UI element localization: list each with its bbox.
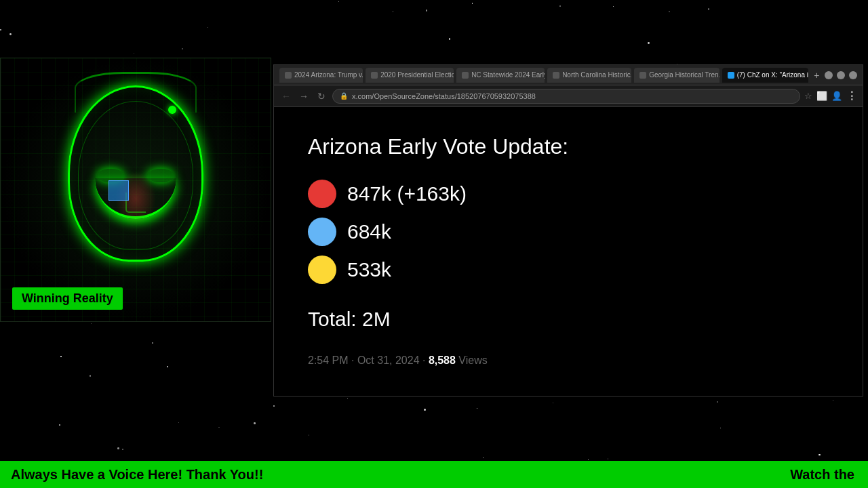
- address-bar-row: ← → ↻ 🔒 x.com/OpenSourceZone/status/1852…: [274, 85, 863, 107]
- vote-items-list: 847k (+163k) 684k 533k: [308, 180, 829, 284]
- tab-favicon-0: [285, 72, 292, 79]
- ticker-right-text: Watch the: [776, 467, 868, 483]
- tweet-timestamp: 2:54 PM · Oct 31, 2024 ·: [308, 354, 429, 366]
- tab-favicon-1: [371, 72, 378, 79]
- vote-item-blue: 684k: [308, 218, 829, 246]
- browser-tab-4[interactable]: Georgia Historical Tren... ✕: [634, 68, 719, 83]
- red-vote-count: 847k (+163k): [347, 182, 467, 205]
- address-bar[interactable]: 🔒 x.com/OpenSourceZone/status/1852076705…: [332, 89, 800, 104]
- vote-item-yellow: 533k: [308, 256, 829, 284]
- blue-square-accent: [108, 180, 129, 201]
- close-button[interactable]: [849, 71, 857, 79]
- channel-name-badge: Winning Reality: [12, 287, 123, 310]
- maximize-button[interactable]: [837, 71, 845, 79]
- browser-content: Arizona Early Vote Update: 847k (+163k) …: [274, 107, 863, 396]
- tweet-views-count: 8,588: [429, 354, 456, 366]
- yellow-dot-icon: [308, 256, 336, 284]
- browser-tab-5-active[interactable]: (7) ChZ on X: "Arizona i... ✕: [722, 68, 809, 83]
- streamer-cam-panel: Winning Reality: [0, 58, 271, 322]
- bookmark-icon[interactable]: ☆: [804, 91, 812, 101]
- new-tab-button[interactable]: +: [811, 68, 822, 82]
- browser-tab-0[interactable]: 2024 Arizona: Trump v... ✕: [279, 68, 363, 83]
- blue-vote-count: 684k: [347, 220, 391, 243]
- lock-icon: 🔒: [340, 92, 348, 100]
- browser-tab-3[interactable]: North Carolina Historic... ✕: [547, 68, 631, 83]
- back-button[interactable]: ←: [279, 91, 293, 102]
- minimize-button[interactable]: [825, 71, 833, 79]
- window-controls: [825, 71, 857, 79]
- browser-window: 2024 Arizona: Trump v... ✕ 2020 Presiden…: [273, 64, 863, 396]
- url-display: x.com/OpenSourceZone/status/185207670593…: [352, 92, 793, 100]
- tab-favicon-5: [728, 72, 734, 79]
- tweet-title: Arizona Early Vote Update:: [308, 134, 829, 159]
- mask-face: [68, 85, 203, 262]
- browser-toolbar-icons: ☆ ⬜ 👤 ⋮: [804, 89, 857, 102]
- mask-figure: [47, 65, 224, 296]
- ticker-left-text: Always Have a Voice Here! Thank You!!: [0, 467, 776, 483]
- refresh-button[interactable]: ↻: [315, 91, 328, 102]
- tweet-views-label: Views: [456, 354, 488, 366]
- tweet-metadata: 2:54 PM · Oct 31, 2024 · 8,588 Views: [308, 354, 829, 367]
- vote-item-red: 847k (+163k): [308, 180, 829, 208]
- bottom-ticker-bar: Always Have a Voice Here! Thank You!! Wa…: [0, 461, 868, 488]
- green-dot-accent: [168, 106, 176, 114]
- tab-favicon-4: [639, 72, 646, 79]
- extensions-icon[interactable]: ⬜: [816, 91, 827, 101]
- browser-tab-2[interactable]: NC Statewide 2024 Early... ✕: [456, 68, 545, 83]
- total-count: Total: 2M: [308, 308, 829, 331]
- tab-favicon-2: [462, 72, 469, 79]
- red-dot-icon: [308, 180, 336, 208]
- browser-tab-1[interactable]: 2020 Presidential Electio... ✕: [366, 68, 454, 83]
- browser-tab-bar: 2024 Arizona: Trump v... ✕ 2020 Presiden…: [274, 65, 863, 85]
- browser-overflow-button[interactable]: ⋮: [846, 89, 857, 102]
- profile-icon[interactable]: 👤: [831, 91, 842, 101]
- yellow-vote-count: 533k: [347, 258, 391, 281]
- blue-dot-icon: [308, 218, 336, 246]
- tab-favicon-3: [553, 72, 559, 79]
- forward-button[interactable]: →: [297, 91, 311, 102]
- cam-background: [0, 58, 271, 322]
